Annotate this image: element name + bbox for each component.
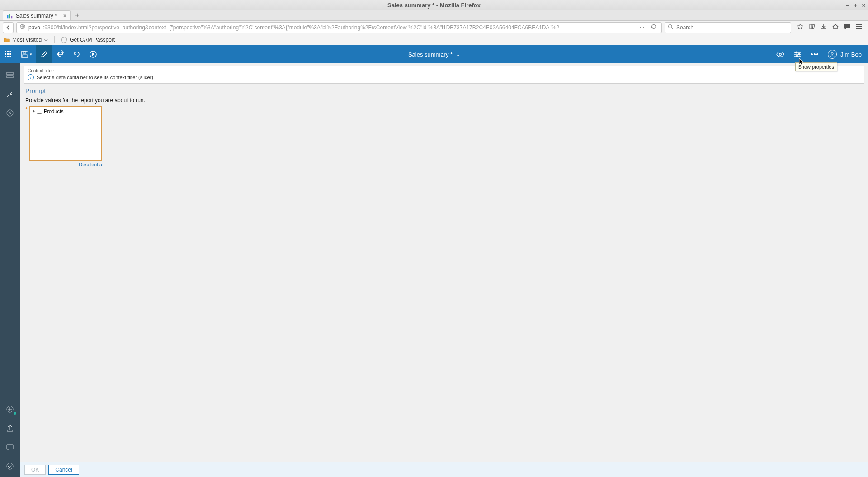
svg-rect-2 <box>11 16 13 18</box>
compass-icon <box>6 109 14 117</box>
context-filter-banner: Context filter: i Select a data containe… <box>24 66 864 84</box>
page-icon <box>61 37 67 43</box>
rail-validate-button[interactable] <box>3 459 17 473</box>
reload-button[interactable] <box>649 24 659 31</box>
divider <box>54 36 55 43</box>
svg-point-28 <box>811 53 812 55</box>
left-nav-rail <box>0 63 20 477</box>
svg-rect-10 <box>7 51 9 52</box>
browser-tab-title: Sales summary * <box>16 13 57 19</box>
app-toolbar: ▾ Sales summary * ⌄ <box>0 45 868 63</box>
svg-rect-9 <box>5 51 6 52</box>
svg-rect-14 <box>9 53 11 55</box>
tree-node[interactable]: Products <box>33 109 99 114</box>
hamburger-menu-button[interactable] <box>855 23 863 32</box>
redo-button[interactable] <box>69 45 85 63</box>
nav-back-button[interactable] <box>3 22 14 33</box>
bookmark-label: Get CAM Passport <box>70 37 115 43</box>
svg-rect-11 <box>9 51 11 52</box>
ok-button[interactable]: OK <box>24 465 46 475</box>
tree-node-checkbox[interactable] <box>37 109 42 114</box>
undo-button[interactable] <box>52 45 69 63</box>
more-menu-button[interactable] <box>807 45 822 63</box>
edit-mode-button[interactable] <box>36 45 52 63</box>
svg-point-27 <box>796 55 798 57</box>
required-indicator-icon: * <box>25 106 28 113</box>
save-icon <box>21 50 29 58</box>
data-icon <box>6 71 14 79</box>
svg-line-5 <box>671 28 673 29</box>
waffle-icon <box>4 50 12 58</box>
svg-rect-36 <box>7 445 13 449</box>
rail-toolbox-button[interactable] <box>3 87 17 101</box>
hammer-icon <box>6 90 14 98</box>
svg-rect-0 <box>7 15 9 18</box>
chevron-down-icon <box>44 37 48 43</box>
browser-tab[interactable]: Sales summary * × <box>3 10 71 20</box>
tree-node-label: Products <box>44 109 63 114</box>
svg-point-4 <box>669 24 672 28</box>
browser-tab-strip: Sales summary * × + <box>0 10 868 21</box>
svg-rect-13 <box>7 53 9 55</box>
svg-point-30 <box>816 53 818 55</box>
window-minimize-button[interactable]: – <box>846 2 849 9</box>
search-icon <box>668 24 674 31</box>
save-button[interactable]: ▾ <box>16 45 36 63</box>
run-report-button[interactable] <box>85 45 101 63</box>
home-button[interactable] <box>832 23 839 32</box>
redo-icon <box>73 50 81 58</box>
user-menu[interactable]: Jim Bob <box>828 50 862 59</box>
tooltip-text: Show properties <box>798 64 835 70</box>
preview-button[interactable] <box>773 45 788 63</box>
chat-icon-button[interactable] <box>844 23 851 32</box>
url-path: :9300/bi/index.html?perspective=authorin… <box>43 24 635 31</box>
url-history-dropdown[interactable] <box>638 24 646 31</box>
prompt-title: Prompt <box>25 87 863 94</box>
downloads-button[interactable] <box>820 23 827 32</box>
svg-point-37 <box>7 463 13 469</box>
browser-tab-close-button[interactable]: × <box>63 13 66 19</box>
deselect-all-link[interactable]: Deselect all <box>79 162 104 167</box>
rail-share-button[interactable] <box>3 421 17 435</box>
rail-pages-button[interactable] <box>3 106 17 120</box>
plus-circle-icon <box>6 405 14 413</box>
globe-icon <box>19 24 26 31</box>
svg-point-31 <box>831 52 833 54</box>
bookmark-most-visited[interactable]: Most Visited <box>4 37 48 43</box>
svg-rect-1 <box>9 14 10 18</box>
window-maximize-button[interactable]: + <box>854 2 858 9</box>
library-button[interactable] <box>808 23 816 32</box>
user-avatar-icon <box>828 50 837 59</box>
url-bar[interactable]: pavo :9300/bi/index.html?perspective=aut… <box>16 22 662 33</box>
undo-icon <box>57 50 65 58</box>
svg-rect-17 <box>9 56 11 57</box>
rail-chat-button[interactable] <box>3 440 17 454</box>
tree-expander-icon[interactable] <box>33 109 35 113</box>
chevron-down-icon: ▾ <box>30 52 32 57</box>
share-icon <box>6 424 14 432</box>
browser-toolbar: pavo :9300/bi/index.html?perspective=aut… <box>0 21 868 34</box>
user-name-label: Jim Bob <box>840 51 862 58</box>
new-tab-button[interactable]: + <box>72 10 82 20</box>
bookmark-get-cam-passport[interactable]: Get CAM Passport <box>61 37 115 43</box>
show-properties-button[interactable] <box>790 45 805 63</box>
bookmarks-bar: Most Visited Get CAM Passport <box>0 34 868 45</box>
browser-search-bar[interactable] <box>665 22 791 33</box>
svg-rect-15 <box>5 56 6 57</box>
prompt-description: Provide values for the report you are ab… <box>25 97 863 104</box>
rail-data-button[interactable] <box>3 68 17 82</box>
svg-point-34 <box>7 110 13 116</box>
browser-search-input[interactable] <box>676 24 788 31</box>
info-icon: i <box>28 74 34 80</box>
svg-point-21 <box>779 53 782 56</box>
app-switcher-button[interactable] <box>0 45 16 63</box>
document-title-dropdown[interactable]: Sales summary * ⌄ <box>408 51 460 58</box>
svg-rect-16 <box>7 56 9 57</box>
window-close-button[interactable]: × <box>862 2 865 9</box>
pencil-icon <box>40 50 48 58</box>
bookmark-star-button[interactable] <box>797 23 804 32</box>
cancel-button[interactable]: Cancel <box>48 465 79 475</box>
check-circle-icon <box>6 462 14 470</box>
rail-add-button[interactable] <box>3 402 17 416</box>
prompt-tree-control[interactable]: Products <box>29 106 102 161</box>
